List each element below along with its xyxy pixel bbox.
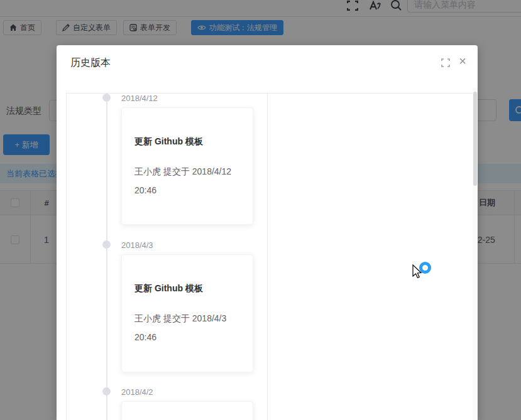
commit-title: 更新 Github 模板 (134, 136, 240, 147)
history-version-modal: 历史版本 × 2018/4/12 更新 Github 模板 王小虎 提交于 20… (57, 45, 478, 420)
timeline-card: 更新 Github 模板 王小虎 提交于 2018/4/12 20:46 (121, 107, 253, 225)
timeline-card: 更新 Github 模板 王小虎 提交于 2018/4/3 20:46 (121, 254, 253, 372)
modal-title: 历史版本 (70, 57, 111, 70)
timeline-line (106, 98, 107, 420)
modal-maximize-icon[interactable] (441, 58, 450, 67)
modal-close-icon[interactable]: × (456, 53, 469, 68)
commit-title: 更新 Github 模板 (134, 283, 240, 294)
timeline-dot (102, 94, 111, 102)
timeline-date: 2018/4/2 (121, 387, 153, 397)
timeline-date: 2018/4/12 (121, 94, 158, 103)
cursor-arrow-icon (412, 264, 422, 279)
commit-meta: 王小虎 提交于 2018/4/3 20:46 (134, 309, 240, 347)
timeline-dot (102, 387, 111, 396)
modal-scrollbar-thumb[interactable] (473, 92, 477, 186)
commit-meta: 王小虎 提交于 2018/4/12 20:46 (134, 162, 240, 200)
screen: 首页 自定义表单 表单开发 功能测试：法规管理 法规类型 + 新增 当前表格已选… (0, 0, 521, 420)
timeline-dot (102, 240, 111, 249)
timeline-date: 2018/4/3 (121, 240, 153, 250)
modal-scrollbar-track[interactable] (473, 88, 478, 420)
timeline-card (121, 401, 253, 420)
modal-body: 2018/4/12 更新 Github 模板 王小虎 提交于 2018/4/12… (57, 88, 478, 420)
